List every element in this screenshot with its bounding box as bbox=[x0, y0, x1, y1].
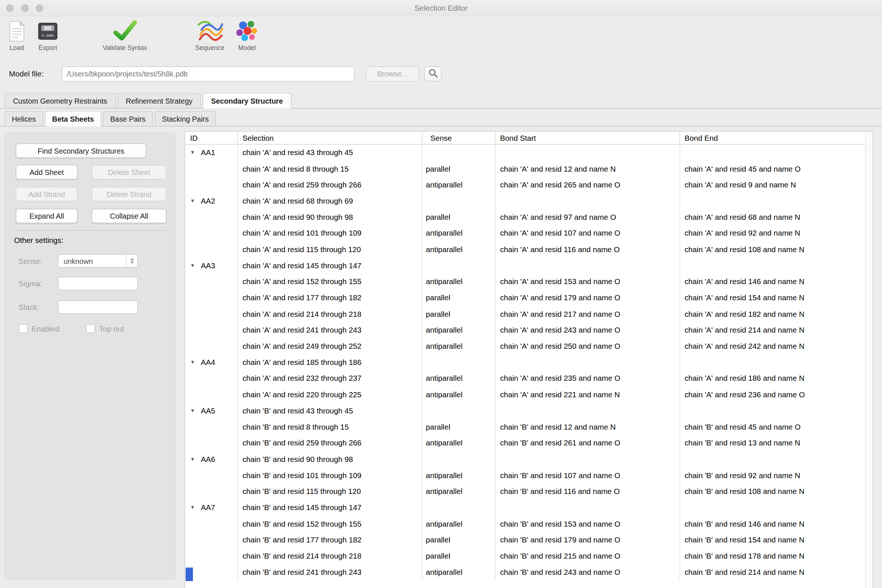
collapse-all-button[interactable]: Collapse All bbox=[92, 209, 166, 224]
disclosure-triangle-icon[interactable]: ▼ bbox=[190, 505, 201, 510]
table-row[interactable]: chain 'A' and resid 220 through 225antip… bbox=[185, 387, 866, 403]
table-row[interactable]: chain 'B' and resid 8 through 15parallel… bbox=[185, 419, 866, 435]
cell-bond-end: chain 'B' and resid 92 and name N bbox=[680, 468, 866, 484]
cell-id bbox=[185, 306, 238, 322]
column-header-id[interactable]: ID bbox=[185, 132, 238, 144]
table-row[interactable]: chain 'B' and resid 152 through 155antip… bbox=[185, 516, 866, 532]
tab-refinement-strategy[interactable]: Refinement Strategy bbox=[117, 93, 201, 108]
table-row[interactable]: chain 'B' and resid 177 through 182paral… bbox=[185, 532, 866, 548]
cell-sense: antiparallel bbox=[422, 370, 495, 387]
table-row[interactable]: chain 'A' and resid 8 through 15parallel… bbox=[185, 160, 866, 177]
top-out-checkbox[interactable] bbox=[86, 324, 95, 333]
cell-bond-start bbox=[495, 144, 680, 160]
disclosure-triangle-icon[interactable]: ▼ bbox=[190, 359, 201, 365]
cell-id bbox=[185, 177, 238, 193]
cell-sense: parallel bbox=[422, 532, 495, 548]
other-settings-label: Other settings: bbox=[14, 236, 63, 245]
column-header-selection[interactable]: Selection bbox=[238, 132, 422, 144]
search-file-button[interactable] bbox=[424, 66, 441, 82]
cell-bond-end: chain 'B' and resid 214 and name N bbox=[680, 564, 866, 580]
table-row[interactable]: chain 'B' and resid 101 through 109antip… bbox=[185, 468, 866, 484]
table-row[interactable]: chain 'A' and resid 90 through 98paralle… bbox=[185, 209, 866, 225]
validate-syntax-label: Validate Syntax bbox=[102, 45, 147, 51]
column-header-bond-end[interactable]: Bond End bbox=[680, 132, 866, 144]
model-button[interactable]: Model bbox=[235, 19, 259, 51]
tab-helices[interactable]: Helices bbox=[4, 111, 43, 126]
cell-bond-end bbox=[680, 451, 866, 468]
table-row[interactable]: chain 'B' and resid 214 through 218paral… bbox=[185, 548, 866, 564]
table-header: ID Selection Sense Bond Start Bond End bbox=[185, 132, 866, 144]
disclosure-triangle-icon[interactable]: ▼ bbox=[190, 456, 201, 462]
column-header-bond-start[interactable]: Bond Start bbox=[495, 132, 680, 144]
sheets-table: ID Selection Sense Bond Start Bond End ▼… bbox=[184, 131, 873, 588]
table-row[interactable]: chain 'A' and resid 241 through 243antip… bbox=[185, 322, 866, 338]
cell-selection: chain 'A' and resid 90 through 98 bbox=[238, 209, 422, 225]
table-row[interactable]: chain 'A' and resid 259 through 266antip… bbox=[185, 177, 866, 193]
cell-bond-start: chain 'B' and resid 179 and name O bbox=[495, 532, 680, 548]
tab-beta-sheets[interactable]: Beta Sheets bbox=[45, 111, 101, 127]
table-row[interactable]: chain 'B' and resid 115 through 120antip… bbox=[185, 483, 866, 500]
table-row[interactable]: ▼AA2chain 'A' and resid 68 through 69 bbox=[185, 193, 866, 209]
divider bbox=[14, 230, 167, 231]
tab-base-pairs[interactable]: Base Pairs bbox=[103, 111, 153, 126]
table-row[interactable]: chain 'A' and resid 249 through 252antip… bbox=[185, 338, 866, 354]
cell-sense: parallel bbox=[422, 160, 495, 177]
disclosure-triangle-icon[interactable]: ▼ bbox=[190, 408, 201, 413]
table-scrollbar[interactable] bbox=[865, 132, 873, 588]
cell-bond-end bbox=[680, 144, 866, 160]
sheet-id: AA3 bbox=[201, 261, 215, 270]
table-row[interactable]: ▼AA6chain 'B' and resid 90 through 98 bbox=[185, 451, 866, 468]
delete-sheet-button[interactable]: Delete Sheet bbox=[92, 165, 166, 179]
column-header-sense[interactable]: Sense bbox=[422, 132, 495, 144]
table-row[interactable]: ▼AA7chain 'B' and resid 145 through 147 bbox=[185, 500, 866, 516]
table-row[interactable]: chain 'A' and resid 177 through 182paral… bbox=[185, 290, 866, 306]
tab-custom-geometry-restraints[interactable]: Custom Geometry Restraints bbox=[4, 93, 116, 108]
table-row[interactable]: chain 'A' and resid 232 through 237antip… bbox=[185, 370, 866, 387]
cell-sense bbox=[422, 403, 495, 419]
table-row[interactable]: chain 'A' and resid 101 through 109antip… bbox=[185, 225, 866, 242]
browse-button[interactable]: Browse... bbox=[366, 66, 419, 82]
find-secondary-structures-button[interactable]: Find Secondary Structures bbox=[16, 143, 146, 158]
tab-secondary-structure[interactable]: Secondary Structure bbox=[202, 93, 291, 109]
slack-input[interactable] bbox=[58, 300, 138, 314]
cell-sense: parallel bbox=[422, 548, 495, 564]
table-row[interactable]: chain 'B' and resid 259 through 266antip… bbox=[185, 435, 866, 451]
disclosure-triangle-icon[interactable]: ▼ bbox=[190, 150, 201, 156]
cell-bond-start: chain 'A' and resid 12 and name N bbox=[495, 160, 680, 177]
table-row[interactable]: chain 'A' and resid 152 through 155antip… bbox=[185, 274, 866, 290]
table-row[interactable]: ▼AA3chain 'A' and resid 145 through 147 bbox=[185, 258, 866, 274]
sequence-button[interactable]: Sequence bbox=[195, 19, 224, 51]
table-row[interactable]: ▼AA4chain 'A' and resid 185 through 186 bbox=[185, 354, 866, 370]
table-row[interactable]: chain 'B' and resid 241 through 243antip… bbox=[185, 564, 866, 580]
table-row[interactable]: ▼AA1chain 'A' and resid 43 through 45 bbox=[185, 144, 866, 160]
cell-sense: antiparallel bbox=[422, 468, 495, 484]
load-button[interactable]: Load bbox=[9, 19, 25, 51]
validate-syntax-button[interactable]: Validate Syntax bbox=[102, 19, 147, 51]
table-row[interactable]: chain 'A' and resid 214 through 218paral… bbox=[185, 306, 866, 322]
expand-all-button[interactable]: Expand All bbox=[16, 209, 78, 224]
cell-selection: chain 'A' and resid 177 through 182 bbox=[238, 290, 422, 306]
cell-selection: chain 'A' and resid 145 through 147 bbox=[238, 258, 422, 274]
export-button[interactable]: Export bbox=[38, 19, 58, 51]
enabled-checkbox[interactable] bbox=[19, 324, 28, 333]
disclosure-triangle-icon[interactable]: ▼ bbox=[190, 263, 201, 268]
cell-bond-end bbox=[680, 403, 866, 419]
cell-id bbox=[185, 419, 238, 435]
model-file-input[interactable] bbox=[62, 66, 354, 82]
table-row[interactable]: chain 'A' and resid 115 through 120antip… bbox=[185, 242, 866, 258]
window-title: Selection Editor bbox=[0, 4, 882, 12]
add-sheet-button[interactable]: Add Sheet bbox=[16, 165, 78, 179]
disclosure-triangle-icon[interactable]: ▼ bbox=[190, 198, 201, 204]
cell-id bbox=[185, 209, 238, 225]
tab-stacking-pairs[interactable]: Stacking Pairs bbox=[155, 111, 216, 126]
add-strand-button[interactable]: Add Strand bbox=[16, 187, 78, 201]
delete-strand-button[interactable]: Delete Strand bbox=[92, 187, 166, 201]
sense-dropdown[interactable]: unknown bbox=[58, 254, 138, 268]
table-row[interactable]: ▼AA5chain 'B' and resid 43 through 45 bbox=[185, 403, 866, 419]
cell-selection: chain 'B' and resid 90 through 98 bbox=[238, 451, 422, 468]
cell-sense: parallel bbox=[422, 419, 495, 435]
sigma-input[interactable] bbox=[58, 277, 138, 290]
cell-sense: antiparallel bbox=[422, 435, 495, 451]
title-bar: Selection Editor bbox=[0, 0, 882, 17]
cell-bond-start: chain 'A' and resid 107 and name O bbox=[495, 225, 680, 242]
